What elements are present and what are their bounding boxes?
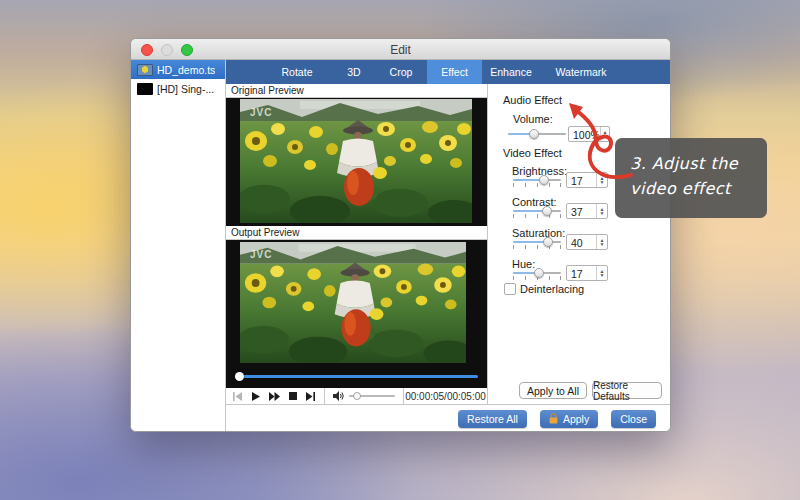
window-title: Edit (131, 43, 670, 57)
footer-bar: Restore All Apply Close (226, 404, 670, 432)
hue-value-field[interactable]: 17 ▲▼ (566, 265, 608, 281)
deinterlacing-checkbox[interactable] (504, 283, 516, 295)
skip-forward-icon[interactable] (306, 392, 316, 401)
annotation-line2: video effect (630, 177, 767, 202)
lock-icon (549, 413, 558, 424)
tab-watermark[interactable]: Watermark (540, 60, 622, 84)
edit-window: Edit HD_demo.ts [HD] Sing-... Rotate 3D (130, 38, 671, 432)
tab-enhance[interactable]: Enhance (482, 60, 540, 84)
transport-controls: 00:00:05/00:05:00 (226, 388, 487, 404)
restore-all-button[interactable]: Restore All (458, 410, 527, 428)
video-thumbnail-icon (137, 64, 153, 76)
annotation-tooltip: 3. Adjust the video effect (615, 138, 767, 218)
annotation-line1: 3. Adjust the (630, 152, 767, 177)
brightness-value-field[interactable]: 17 ▲▼ (566, 172, 608, 188)
file-name: [HD] Sing-... (157, 83, 214, 95)
deinterlacing-label: Deinterlacing (520, 283, 584, 295)
video-effect-header: Video Effect (503, 147, 562, 159)
close-button[interactable]: Close (611, 410, 656, 428)
seek-bar[interactable] (235, 372, 478, 381)
player-volume-knob[interactable] (353, 392, 361, 400)
skip-back-icon[interactable] (233, 392, 243, 401)
effects-panel: Audio Effect Volume: 100% ▲▼ Video Effec… (488, 84, 670, 404)
speaker-icon (333, 391, 344, 401)
stepper-down-icon[interactable]: ▼ (602, 134, 607, 138)
tab-rotate[interactable]: Rotate (261, 60, 333, 84)
contrast-value-field[interactable]: 37 ▲▼ (566, 203, 608, 219)
stepper-down-icon[interactable]: ▼ (600, 180, 605, 184)
slider-knob[interactable] (543, 237, 553, 247)
apply-button[interactable]: Apply (540, 410, 598, 428)
slider-knob[interactable] (529, 129, 539, 139)
desktop-background: Edit HD_demo.ts [HD] Sing-... Rotate 3D (0, 0, 800, 500)
contrast-slider[interactable] (513, 207, 561, 219)
saturation-slider[interactable] (513, 238, 561, 250)
stepper-down-icon[interactable]: ▼ (600, 242, 605, 246)
seek-knob[interactable] (235, 372, 244, 381)
volume-value-field[interactable]: 100% ▲▼ (568, 126, 610, 142)
file-list-sidebar: HD_demo.ts [HD] Sing-... (131, 60, 226, 432)
audio-effect-header: Audio Effect (503, 94, 562, 106)
edit-tab-bar: Rotate 3D Crop Effect Enhance Watermark (226, 60, 670, 84)
tab-effect[interactable]: Effect (427, 60, 482, 84)
video-thumbnail-icon (137, 83, 153, 95)
tab-crop[interactable]: Crop (375, 60, 427, 84)
slider-knob[interactable] (542, 206, 552, 216)
stepper-control[interactable]: ▲▼ (596, 204, 607, 218)
volume-slider[interactable] (508, 128, 566, 140)
fast-forward-icon[interactable] (269, 392, 280, 401)
stepper-down-icon[interactable]: ▼ (600, 211, 605, 215)
file-item-hd-sing[interactable]: [HD] Sing-... (131, 79, 225, 98)
original-preview-video: JVC (226, 98, 487, 226)
play-icon[interactable] (252, 392, 260, 401)
restore-defaults-button[interactable]: Restore Defaults (592, 382, 662, 399)
jvc-watermark: JVC (250, 249, 272, 260)
stop-icon[interactable] (289, 392, 297, 400)
stepper-control[interactable]: ▲▼ (596, 173, 607, 187)
player-volume-slider[interactable] (349, 392, 395, 400)
title-bar: Edit (131, 39, 670, 60)
file-item-hd-demo[interactable]: HD_demo.ts (131, 60, 225, 79)
stepper-down-icon[interactable]: ▼ (600, 273, 605, 277)
time-display: 00:00:05/00:05:00 (404, 391, 487, 402)
apply-to-all-button[interactable]: Apply to All (519, 382, 587, 399)
output-preview-label: Output Preview (226, 226, 487, 240)
output-preview-video: JVC (226, 240, 487, 389)
stepper-control[interactable]: ▲▼ (596, 266, 607, 280)
stepper-control[interactable]: ▲▼ (596, 235, 607, 249)
tab-3d[interactable]: 3D (333, 60, 375, 84)
file-name: HD_demo.ts (157, 64, 215, 76)
volume-label: Volume: (513, 113, 553, 125)
brightness-slider[interactable] (513, 176, 561, 188)
saturation-value-field[interactable]: 40 ▲▼ (566, 234, 608, 250)
original-preview-label: Original Preview (226, 84, 487, 98)
preview-column: Original Preview JVC Output Preview JVC (226, 84, 488, 404)
jvc-watermark: JVC (250, 107, 272, 118)
hue-slider[interactable] (513, 269, 561, 281)
stepper-control[interactable]: ▲▼ (600, 127, 609, 141)
